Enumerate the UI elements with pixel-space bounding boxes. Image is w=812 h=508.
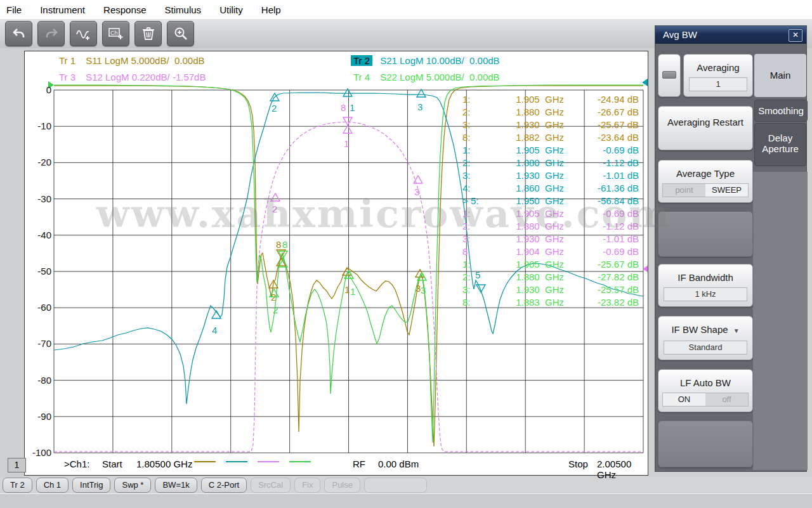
chevron-down-icon[interactable]: ▼ bbox=[733, 327, 740, 334]
trace-id-chip[interactable]: Tr 4 bbox=[351, 72, 372, 82]
rf-value[interactable]: 0.00 dBm bbox=[378, 459, 419, 469]
marker-num: 8: bbox=[462, 296, 489, 309]
marker-number-label: 8 bbox=[341, 102, 346, 113]
marker-freq: 1.880 GHz bbox=[487, 157, 564, 169]
menu-instrument[interactable]: Instrument bbox=[34, 4, 91, 15]
marker-num: 2: bbox=[462, 220, 489, 233]
delete-trash-icon[interactable] bbox=[134, 21, 162, 46]
trace-label-3[interactable]: Tr 3S12 LogM 0.220dB/ -1.57dB bbox=[56, 72, 206, 82]
averaging-toggle-button[interactable] bbox=[658, 54, 681, 97]
average-type-label: Average Type bbox=[658, 168, 752, 179]
marker-num: 2: bbox=[462, 106, 489, 119]
marker-number-label: 1 bbox=[350, 102, 355, 113]
tab-main[interactable]: Main bbox=[754, 54, 806, 97]
status-blank bbox=[364, 478, 427, 493]
if-bw-shape-value[interactable]: Standard bbox=[664, 341, 747, 355]
avg-bw-panel: Avg BW ✕ Averaging 1 Averaging Restart A… bbox=[655, 25, 807, 472]
averaging-button[interactable]: Averaging 1 bbox=[683, 54, 753, 97]
add-channel-icon[interactable]: Ch bbox=[102, 21, 129, 46]
marker-num: 3: bbox=[462, 283, 489, 296]
marker-num: 1: bbox=[462, 93, 489, 106]
marker-num: 1: bbox=[462, 258, 489, 271]
trace-id-chip[interactable]: Tr 3 bbox=[56, 72, 78, 82]
lf-auto-bw-button[interactable]: LF Auto BW ON off bbox=[658, 369, 753, 412]
marker-value: -26.67 dB bbox=[563, 106, 639, 119]
trace-id-chip[interactable]: Tr 1 bbox=[56, 55, 78, 66]
trace-label-4[interactable]: Tr 4S22 LogM 5.000dB/ 0.00dB bbox=[351, 72, 500, 82]
menu-help[interactable]: Help bbox=[255, 4, 287, 15]
menu-stimulus[interactable]: Stimulus bbox=[159, 4, 208, 15]
marker-num: 8: bbox=[462, 131, 489, 144]
if-bandwidth-button[interactable]: IF Bandwidth 1 kHz bbox=[658, 264, 753, 307]
y-axis-tick: -20 bbox=[27, 157, 51, 168]
undo-icon[interactable] bbox=[5, 21, 32, 46]
marker-value: -1.12 dB bbox=[563, 220, 639, 233]
y-axis-tick: -10 bbox=[27, 120, 51, 132]
marker-num: 1: bbox=[462, 207, 489, 220]
average-type-button[interactable]: Average Type point SWEEP bbox=[658, 160, 753, 203]
marker-num: 2: bbox=[462, 157, 489, 169]
marker-freq: 1.905 GHz bbox=[487, 93, 564, 106]
menu-file[interactable]: File bbox=[0, 4, 28, 15]
add-trace-icon[interactable] bbox=[70, 21, 97, 46]
marker-freq: 1.880 GHz bbox=[487, 220, 564, 233]
marker-value: -0.69 dB bbox=[563, 245, 639, 258]
bottom-strip bbox=[0, 493, 812, 508]
start-value[interactable]: 1.80500 GHz bbox=[136, 459, 192, 469]
if-bw-shape-button[interactable]: IF BW Shape▼ Standard bbox=[658, 316, 753, 360]
trace-format-text: S22 LogM 5.000dB/ 0.00dB bbox=[380, 72, 499, 82]
tab-smoothing[interactable]: Smoothing bbox=[754, 100, 808, 122]
status-c-2-port[interactable]: C 2-Port bbox=[201, 478, 247, 493]
marker-number-label: 8 bbox=[276, 239, 281, 250]
averaging-label: Averaging bbox=[684, 62, 752, 73]
averaging-restart-button[interactable]: Averaging Restart bbox=[658, 106, 753, 150]
trace-id-chip[interactable]: Tr 2 bbox=[351, 55, 372, 66]
average-type-sweep-option[interactable]: SWEEP bbox=[705, 184, 748, 197]
channel-number-badge[interactable]: 1 bbox=[8, 458, 26, 472]
marker-num: 3: bbox=[462, 233, 489, 245]
trace-format-text: S11 LogM 5.000dB/ 0.00dB bbox=[86, 55, 204, 66]
marker-number-label: 1 bbox=[344, 284, 350, 295]
marker-value: -1.12 dB bbox=[563, 157, 639, 169]
menu-response[interactable]: Response bbox=[97, 4, 153, 15]
marker-freq: 1.930 GHz bbox=[487, 119, 564, 131]
marker-value: -24.94 dB bbox=[563, 93, 639, 106]
tab-delay-aperture[interactable]: Delay Aperture bbox=[754, 123, 806, 166]
status-tr-2[interactable]: Tr 2 bbox=[3, 478, 32, 493]
status-swp-[interactable]: Swp * bbox=[114, 478, 151, 493]
trace-format-text: S12 LogM 0.220dB/ -1.57dB bbox=[86, 72, 206, 82]
stop-value[interactable]: 2.00500 GHz bbox=[597, 459, 646, 480]
marker-number-label: 1 bbox=[344, 138, 349, 149]
trace-label-2[interactable]: Tr 2S21 LogM 10.00dB/ 0.00dB bbox=[351, 55, 500, 66]
marker-number-label: 2 bbox=[272, 204, 277, 214]
if-bandwidth-value[interactable]: 1 kHz bbox=[664, 287, 747, 301]
trace-format-text: S21 LogM 10.00dB/ 0.00dB bbox=[380, 55, 499, 66]
marker-freq: 1.880 GHz bbox=[487, 106, 564, 119]
start-label: Start bbox=[102, 459, 122, 469]
lf-auto-bw-on-option[interactable]: ON bbox=[663, 393, 705, 406]
status-ch-1[interactable]: Ch 1 bbox=[36, 478, 69, 493]
marker-num: 3: bbox=[462, 169, 489, 182]
marker-value: -23.82 dB bbox=[563, 296, 639, 309]
lf-auto-bw-off-option[interactable]: off bbox=[705, 393, 748, 406]
marker-value: -0.69 dB bbox=[563, 144, 639, 157]
marker-number-label: 4 bbox=[212, 325, 217, 335]
marker-value: -27.82 dB bbox=[563, 271, 639, 283]
trace-label-1[interactable]: Tr 1S11 LogM 5.000dB/ 0.00dB bbox=[56, 55, 205, 66]
status-bw-1k[interactable]: BW=1k bbox=[155, 478, 197, 493]
marker-freq: 1.905 GHz bbox=[487, 207, 564, 220]
marker-value: -23.64 dB bbox=[563, 131, 639, 144]
status-inttrig[interactable]: IntTrig bbox=[72, 478, 110, 493]
menu-utility[interactable]: Utility bbox=[213, 4, 249, 15]
menu-bar: FileInstrumentResponseStimulusUtilityHel… bbox=[0, 0, 812, 19]
zoom-in-icon[interactable] bbox=[167, 21, 194, 46]
tab-column bbox=[753, 172, 808, 470]
marker-value: -61.36 dB bbox=[563, 182, 639, 195]
averaging-value[interactable]: 1 bbox=[689, 77, 747, 91]
marker-num: > 5: bbox=[462, 195, 489, 207]
marker-value: -25.67 dB bbox=[563, 258, 639, 271]
average-type-point-option[interactable]: point bbox=[663, 184, 705, 197]
close-icon[interactable]: ✕ bbox=[789, 29, 802, 42]
marker-value: -56.84 dB bbox=[563, 195, 639, 207]
redo-icon bbox=[37, 21, 65, 46]
